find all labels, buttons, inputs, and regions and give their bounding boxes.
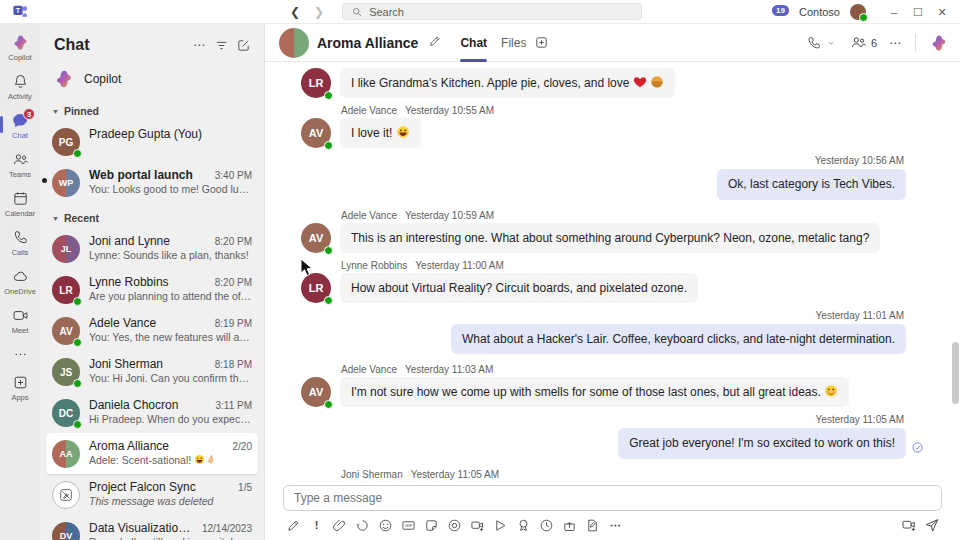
- rail-item-calls[interactable]: Calls: [0, 225, 40, 262]
- window-maximize-button[interactable]: ☐: [908, 6, 928, 19]
- chat-list-item[interactable]: JSJoni Sherman8:18 PMYou: Hi Joni. Can y…: [46, 351, 258, 392]
- nav-back-button[interactable]: ❮: [290, 5, 300, 19]
- importance-icon[interactable]: !: [306, 516, 327, 534]
- add-tab-icon[interactable]: [534, 35, 549, 50]
- message-row: AVThis is an interesting one. What about…: [301, 223, 914, 253]
- loop-component-icon[interactable]: [352, 516, 373, 534]
- praise-icon[interactable]: [513, 516, 534, 534]
- message-bubble[interactable]: How about Virtual Reality? Circuit board…: [340, 273, 698, 303]
- notification-badge[interactable]: 19: [772, 5, 789, 16]
- chat-list-item[interactable]: DVData Visualization Issue12/14/2023Deep…: [46, 515, 258, 540]
- recent-section-header[interactable]: ▼ Recent: [46, 203, 258, 228]
- chat-list-item[interactable]: AAAroma Alliance2/20Adele: Scent-sationa…: [46, 433, 258, 474]
- approvals-icon[interactable]: [582, 516, 603, 534]
- chat-list-item[interactable]: PGPradeep Gupta (You): [46, 121, 258, 162]
- stream-icon[interactable]: [490, 516, 511, 534]
- search-input[interactable]: Search: [342, 3, 642, 20]
- avatar-initials: WP: [59, 178, 74, 188]
- message-input[interactable]: [283, 485, 942, 511]
- chat-item-body: Joni and Lynne8:20 PMLynne: Sounds like …: [89, 234, 252, 261]
- rail-item-activity[interactable]: Activity: [0, 69, 40, 106]
- org-name[interactable]: Contoso: [799, 6, 840, 18]
- window-minimize-button[interactable]: –: [884, 6, 904, 19]
- chat-item-name: Data Visualization Issue: [89, 521, 196, 535]
- message-input-field[interactable]: [294, 491, 931, 505]
- avatar: AV: [301, 377, 331, 407]
- message-bubble-outgoing[interactable]: Ok, last category is Tech Vibes.: [717, 169, 906, 199]
- gif-icon[interactable]: [398, 516, 419, 534]
- schedule-icon[interactable]: [536, 516, 557, 534]
- tab-chat[interactable]: Chat: [460, 24, 487, 62]
- chat-item-preview: You: Looks good to me! Good luck with yo…: [89, 183, 252, 195]
- video-clip-icon[interactable]: [467, 516, 488, 534]
- chat-list-item[interactable]: AVAdele Vance8:19 PMYou: Yes, the new fe…: [46, 310, 258, 351]
- filter-icon[interactable]: [210, 38, 232, 53]
- message-bubble[interactable]: This is an interesting one. What about s…: [340, 223, 880, 253]
- message-bubble[interactable]: I love it!: [340, 118, 421, 148]
- new-chat-icon[interactable]: [232, 38, 254, 53]
- recent-label: Recent: [64, 212, 99, 224]
- pinned-section-header[interactable]: ▼ Pinned: [46, 96, 258, 121]
- scrollbar-thumb[interactable]: [952, 342, 959, 404]
- panel-title: Chat: [54, 36, 188, 54]
- presence-available-icon: [324, 141, 333, 150]
- copilot-button[interactable]: [930, 34, 948, 52]
- rail-item-teams[interactable]: Teams: [0, 147, 40, 184]
- attach-icon[interactable]: [329, 516, 350, 534]
- tab-files[interactable]: Files: [501, 24, 526, 62]
- rail-item-label: Teams: [9, 170, 31, 179]
- presence-available-icon: [73, 297, 82, 306]
- message-group: LRI like Grandma's Kitchen. Apple pie, c…: [301, 68, 914, 98]
- message-bubble-outgoing[interactable]: Great job everyone! I'm so excited to wo…: [618, 428, 906, 458]
- rail-item-onedrive[interactable]: OneDrive: [0, 264, 40, 301]
- message-list[interactable]: LRI like Grandma's Kitchen. Apple pie, c…: [265, 62, 960, 481]
- rail-item-label: Calls: [12, 248, 29, 257]
- rail-item-calendar[interactable]: Calendar: [0, 186, 40, 223]
- chat-item-name: Project Falcon Sync: [89, 480, 232, 494]
- user-avatar[interactable]: [850, 4, 866, 20]
- call-button[interactable]: [806, 35, 836, 51]
- rail-item-more[interactable]: [0, 342, 40, 368]
- chat-item-body: Data Visualization Issue12/14/2023Deepak…: [89, 521, 252, 540]
- more-options-icon[interactable]: ⋯: [889, 36, 901, 50]
- chat-list-item[interactable]: LRLynne Robbins8:20 PMAre you planning t…: [46, 269, 258, 310]
- sidebar-item-copilot[interactable]: Copilot: [46, 62, 258, 96]
- rail-item-meet[interactable]: Meet: [0, 303, 40, 340]
- app-rail: CopilotActivity3ChatTeamsCalendarCallsOn…: [0, 24, 40, 540]
- share-icon[interactable]: [444, 516, 465, 534]
- group-avatar[interactable]: [279, 28, 309, 58]
- rail-item-chat[interactable]: 3Chat: [0, 108, 40, 145]
- chat-item-body: Pradeep Gupta (You): [89, 127, 252, 141]
- send-button[interactable]: [921, 516, 942, 534]
- chat-list-item[interactable]: JLJoni and Lynne8:20 PMLynne: Sounds lik…: [46, 228, 258, 269]
- members-button[interactable]: 6: [850, 34, 877, 51]
- apps-icon[interactable]: [559, 516, 580, 534]
- video-message-icon[interactable]: [898, 516, 919, 534]
- more-options-icon[interactable]: ⋯: [605, 516, 626, 534]
- people-icon: [850, 34, 867, 51]
- sticker-icon[interactable]: [421, 516, 442, 534]
- rename-chat-icon[interactable]: [428, 34, 442, 51]
- emoji-icon[interactable]: [375, 516, 396, 534]
- chat-title: Aroma Alliance: [317, 35, 418, 51]
- chat-list-item[interactable]: DCDaniela Chocron3:11 PMHi Pradeep. When…: [46, 392, 258, 433]
- chat-item-body: Joni Sherman8:18 PMYou: Hi Joni. Can you…: [89, 357, 252, 384]
- format-icon[interactable]: [283, 516, 304, 534]
- chat-item-preview: Deepak: I'm still working on it, but att…: [89, 536, 252, 540]
- chat-list-item[interactable]: Project Falcon Sync1/5This message was d…: [46, 474, 258, 515]
- chevron-down-icon: ▼: [52, 215, 59, 222]
- message-bubble-outgoing[interactable]: What about a Hacker's Lair. Coffee, keyb…: [451, 324, 906, 354]
- message-bubble[interactable]: I like Grandma's Kitchen. Apple pie, clo…: [340, 68, 675, 98]
- chat-item-name: Aroma Alliance: [89, 439, 227, 453]
- nav-forward-button[interactable]: ❯: [314, 5, 324, 19]
- rail-item-apps[interactable]: Apps: [0, 370, 40, 407]
- rail-item-label: Calendar: [5, 209, 35, 218]
- message-bubble[interactable]: I'm not sure how we come up with smells …: [340, 377, 849, 407]
- window-close-button[interactable]: ✕: [932, 6, 952, 19]
- chat-list-item[interactable]: WPWeb portal launch3:40 PMYou: Looks goo…: [46, 162, 258, 203]
- chat-options-icon[interactable]: ⋯: [188, 38, 210, 52]
- rail-item-copilot[interactable]: Copilot: [0, 30, 40, 67]
- pinned-label: Pinned: [64, 105, 99, 117]
- message-row: AVI love it!: [301, 118, 914, 148]
- presence-available-icon: [73, 149, 82, 158]
